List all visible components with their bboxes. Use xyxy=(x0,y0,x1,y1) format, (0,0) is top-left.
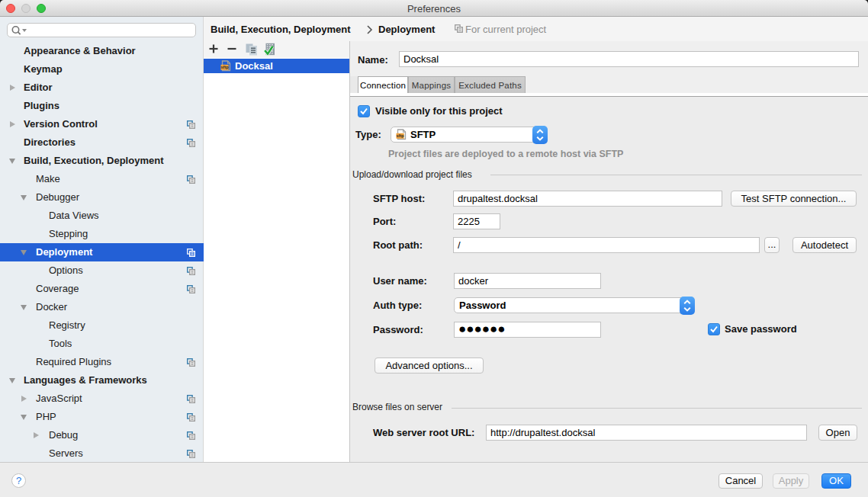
svg-text:sftp: sftp xyxy=(396,133,404,138)
svg-text:sftp: sftp xyxy=(220,65,229,69)
